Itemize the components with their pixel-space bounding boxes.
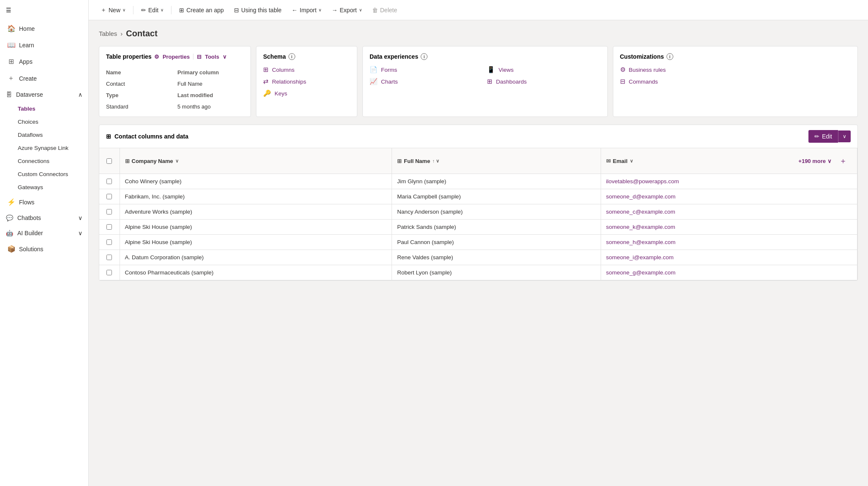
row-checkbox[interactable] [106, 179, 112, 184]
data-experiences-title: Data experiences i [370, 53, 601, 60]
sidebar-item-connections[interactable]: Connections [0, 155, 88, 168]
export-chevron-icon: ∨ [359, 8, 362, 12]
schema-title: Schema i [263, 53, 350, 60]
row-checkbox[interactable] [106, 239, 112, 245]
table-grid-icon: ⊞ [106, 133, 111, 140]
charts-icon: 📈 [370, 78, 378, 85]
relationships-link[interactable]: ⇄ Relationships [263, 78, 350, 85]
business-rules-link[interactable]: ⚙ Business rules [620, 66, 851, 73]
add-column-button[interactable]: ＋ [834, 152, 852, 169]
hamburger-menu[interactable]: ☰ [0, 0, 88, 20]
table-header-row: ⊞ Company Name ∨ ⊞ Full Name ↑ ∨ [99, 148, 857, 174]
primary-column-label: Primary column [177, 69, 244, 76]
chatbots-icon: 💬 [6, 214, 13, 221]
charts-link[interactable]: 📈 Charts [370, 78, 483, 85]
sidebar-item-ai-builder[interactable]: 🤖 AI Builder ∨ [0, 225, 88, 241]
fullname-cell: Rene Valdes (sample) [392, 250, 601, 265]
fullname-cell: Maria Campbell (sample) [392, 189, 601, 204]
keys-icon: 🔑 [263, 90, 271, 97]
more-cols-button[interactable]: +190 more ∨ [798, 158, 832, 164]
customizations-title: Customizations i [620, 53, 851, 60]
dataverse-icon: 🗄 [6, 91, 12, 98]
row-checkbox[interactable] [106, 224, 112, 230]
properties-link[interactable]: Properties [163, 54, 190, 60]
table-row: A. Datum Corporation (sample)Rene Valdes… [99, 250, 857, 265]
type-label: Type [106, 92, 172, 98]
sidebar-item-create[interactable]: ＋ Create [0, 70, 88, 87]
commands-link[interactable]: ⊟ Commands [620, 78, 851, 85]
full-name-header[interactable]: ⊞ Full Name ↑ ∨ [392, 148, 601, 174]
data-table-body: Coho Winery (sample)Jim Glynn (sample)il… [99, 174, 857, 280]
sidebar-item-tables[interactable]: Tables [0, 102, 88, 115]
forms-icon: 📄 [370, 66, 378, 73]
import-button[interactable]: ← Import ∨ [288, 4, 326, 16]
sidebar-item-custom-connectors[interactable]: Custom Connectors [0, 168, 88, 181]
row-checkbox[interactable] [106, 255, 112, 260]
email-cell[interactable]: someone_h@example.com [601, 235, 857, 250]
keys-link[interactable]: 🔑 Keys [263, 90, 350, 97]
export-button[interactable]: → Export ∨ [327, 4, 366, 16]
toolbar: ＋ New ∨ ✏ Edit ∨ ⊞ Create an app ⊟ Using… [89, 0, 868, 20]
breadcrumb-current: Contact [126, 29, 157, 38]
sidebar-item-choices[interactable]: Choices [0, 115, 88, 128]
company-cell: Contoso Pharmaceuticals (sample) [120, 265, 392, 280]
edit-button[interactable]: ✏ Edit ∨ [137, 4, 168, 16]
main-content: ＋ New ∨ ✏ Edit ∨ ⊞ Create an app ⊟ Using… [89, 0, 868, 486]
sidebar-item-solutions[interactable]: 📦 Solutions [0, 241, 88, 257]
sidebar-item-gateways[interactable]: Gateways [0, 181, 88, 194]
chatbots-chevron-icon: ∨ [78, 214, 82, 221]
company-col-icon: ⊞ [125, 158, 130, 164]
sidebar-item-home[interactable]: 🏠 Home [0, 20, 88, 37]
table-row: Contoso Pharmaceuticals (sample)Robert L… [99, 265, 857, 280]
company-cell: A. Datum Corporation (sample) [120, 250, 392, 265]
data-edit-button[interactable]: ✏ Edit [808, 130, 838, 143]
views-icon: 📱 [487, 66, 495, 73]
fullname-cell: Patrick Sands (sample) [392, 220, 601, 235]
email-sort-icon[interactable]: ∨ [630, 158, 633, 164]
email-cell[interactable]: someone_c@example.com [601, 204, 857, 220]
company-sort-icon[interactable]: ∨ [175, 158, 179, 164]
views-link[interactable]: 📱 Views [487, 66, 600, 73]
email-cell[interactable]: someone_g@example.com [601, 265, 857, 280]
toolbar-sep-1 [133, 6, 133, 14]
data-edit-chevron-button[interactable]: ∨ [838, 130, 851, 142]
columns-link[interactable]: ⊞ Columns [263, 66, 350, 73]
email-cell[interactable]: someone_i@example.com [601, 250, 857, 265]
schema-info-icon: i [288, 53, 295, 60]
sidebar-item-chatbots[interactable]: 💬 Chatbots ∨ [0, 210, 88, 225]
company-name-header[interactable]: ⊞ Company Name ∨ [120, 148, 392, 174]
sidebar-item-dataverse[interactable]: 🗄 Dataverse ∧ [0, 87, 88, 102]
sidebar-item-apps[interactable]: ⊞ Apps [0, 53, 88, 70]
email-cell[interactable]: someone_k@example.com [601, 220, 857, 235]
table-row: Fabrikam, Inc. (sample)Maria Campbell (s… [99, 189, 857, 204]
email-header[interactable]: ✉ Email ∨ +190 more ∨ ＋ [601, 148, 857, 174]
row-checkbox[interactable] [106, 194, 112, 199]
forms-link[interactable]: 📄 Forms [370, 66, 483, 73]
last-modified-label: Last modified [177, 92, 244, 98]
sidebar-item-azure-synapse[interactable]: Azure Synapse Link [0, 141, 88, 155]
sidebar-item-learn[interactable]: 📖 Learn [0, 37, 88, 53]
breadcrumb: Tables › Contact [99, 29, 858, 38]
row-checkbox[interactable] [106, 270, 112, 275]
breadcrumb-tables-link[interactable]: Tables [99, 30, 117, 37]
primary-column-value: Full Name [177, 81, 244, 87]
create-app-icon: ⊞ [179, 7, 184, 14]
dashboards-link[interactable]: ⊞ Dashboards [487, 78, 600, 85]
new-button[interactable]: ＋ New ∨ [96, 4, 130, 16]
create-app-button[interactable]: ⊞ Create an app [175, 4, 228, 16]
delete-button[interactable]: 🗑 Delete [368, 4, 401, 16]
using-table-button[interactable]: ⊟ Using this table [230, 4, 286, 16]
row-checkbox[interactable] [106, 209, 112, 214]
select-all-checkbox[interactable] [106, 158, 112, 164]
tools-icon: ⊟ [197, 54, 201, 60]
sidebar-item-flows[interactable]: ⚡ Flows [0, 194, 88, 210]
columns-icon: ⊞ [263, 66, 269, 73]
fullname-sort-icon[interactable]: ↑ ∨ [432, 158, 439, 164]
sidebar-item-dataflows[interactable]: Dataflows [0, 128, 88, 141]
customizations-info-icon: i [667, 53, 673, 60]
email-cell[interactable]: ilovetables@powerapps.com [601, 174, 857, 189]
data-experiences-info-icon: i [421, 53, 427, 60]
import-chevron-icon: ∨ [318, 8, 321, 12]
email-cell[interactable]: someone_d@example.com [601, 189, 857, 204]
tools-link[interactable]: Tools [205, 54, 219, 60]
